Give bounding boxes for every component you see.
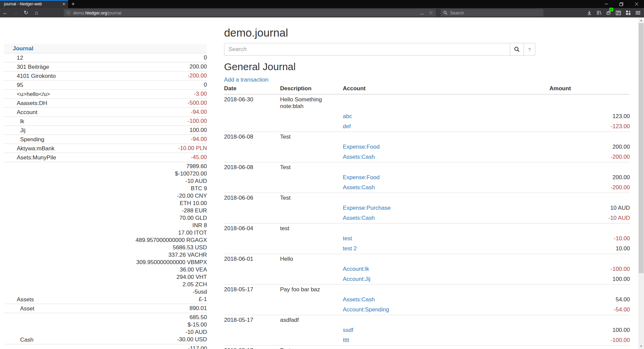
sidebar-account-link[interactable]: Jij [4,127,25,134]
sidebar-account-link[interactable]: Spending [4,136,44,143]
scrollbar-thumb[interactable] [639,23,644,273]
balance-amount: $-100720.00 [136,170,207,178]
sidebar-account-link[interactable]: 301 Beiträge [4,63,49,70]
tab-close-icon[interactable]: ✕ [62,2,65,6]
posting-row: test -10.00 [224,234,630,244]
posting-account-link[interactable]: ssdf [343,327,353,333]
balance-amount: 890.01 [190,305,207,312]
menu-icon[interactable] [633,8,643,17]
posting-account-link[interactable]: Assets:Cash [343,215,375,221]
page-actions-icon[interactable]: … [420,10,425,15]
posting-amount: 10.00 [549,244,630,254]
posting-account-link[interactable]: Assets:Cash [343,154,375,160]
sidebar-account-link[interactable]: lk [4,118,24,125]
sidebar-account-link[interactable]: <u>hello</u> [4,91,50,98]
library-icon[interactable] [594,8,604,17]
balance-amount: 36.00 VEA [136,266,207,273]
transaction-header-row[interactable]: 2018-06-01 Hello [224,254,630,264]
reload-icon[interactable]: ↻ [21,8,31,17]
restore-button[interactable] [614,0,629,8]
scroll-up-icon[interactable]: ▲ [638,17,644,23]
sidebar-account-link[interactable]: 12 [4,54,23,61]
new-tab-button[interactable]: + [68,0,78,8]
extension-icon[interactable]: 0 [604,8,613,17]
search-submit-button[interactable] [510,43,524,56]
balance-amount: -10.00 PLN [178,145,207,152]
posting-account-link[interactable]: def [343,123,351,130]
sidebar-toggle-icon[interactable] [613,8,623,17]
account-balance: 685.50$-15.00-10 AUD-30.00 USD [177,314,207,343]
balance-amount: 2.05 ZCH [136,281,207,288]
sidebar-account-link[interactable]: 4101 Girokonto [4,72,56,80]
journal-link[interactable]: Journal [13,45,33,52]
sidebar-account-link[interactable]: 95 [4,82,23,89]
posting-amount: 200.00 [549,142,630,152]
search-help-button[interactable]: ? [524,43,535,56]
account-balance: 0 [204,54,207,61]
sidebar-account-link[interactable]: Aaasets:DH [4,100,47,107]
posting-account-link[interactable]: Expense:Food [343,174,380,181]
sidebar-account-link[interactable]: Asets:MunyPile [4,154,56,161]
posting-account-link[interactable]: Expense:Food [343,144,380,150]
minimize-button[interactable] [599,0,614,8]
posting-account-link[interactable]: Expense:Purchase [343,205,391,211]
transaction-header-row[interactable]: 2018-06-30 Hello Something note:blah [224,94,630,111]
posting-account-link[interactable]: Assets:Cash [343,184,375,191]
sidebar-account-link[interactable]: Assets [4,296,34,303]
home-icon[interactable]: ⌂ [31,8,42,17]
browser-search-field[interactable]: Search [441,9,543,16]
scroll-down-icon[interactable]: ▼ [638,343,644,349]
balance-amount: -288 EUR [136,207,207,214]
posting-row: def -123.00 [224,121,630,132]
balance-amount: -500.00 [187,99,207,107]
posting-row: Assets:Cash 54.00 [224,295,630,305]
posting-account-link[interactable]: Account:Spending [343,306,389,313]
page-scrollbar[interactable]: ▲ ▼ [638,17,644,349]
posting-account-link[interactable]: test 2 [343,245,357,252]
url-bar[interactable]: ⓘ demo.hledger.org/journal … ☆ [64,9,436,16]
sidebar-account-link[interactable]: Asset [4,305,35,312]
transaction-header-row[interactable]: 2018-06-08 Test [224,162,630,173]
posting-row: Account:Spending -54.00 [224,305,630,315]
sidebar-account-row: Cash 685.50$-15.00-10 AUD-30.00 USD [4,313,207,344]
posting-account-link[interactable]: Account:lk [343,266,369,272]
balance-amount: 17.00 ITOT [136,229,207,237]
transaction-header-row[interactable]: 2018-05-17 Test [224,346,630,349]
transaction-header-row[interactable]: 2018-06-08 Test [224,132,630,142]
back-icon[interactable]: ← [0,8,10,17]
posting-account-link[interactable]: Account:Jij [343,276,370,282]
transaction-description: Pay foo bar baz [280,285,343,295]
transaction-header-row[interactable]: 2018-06-04 test [224,223,630,234]
posting-account-link[interactable]: tttt [343,337,349,343]
tab-journal[interactable]: journal - hledger-web ✕ [0,0,68,8]
bookmark-star-icon[interactable]: ☆ [429,10,433,16]
transaction-header-row[interactable]: 2018-05-17 Pay foo bar baz [224,285,630,295]
close-window-button[interactable] [629,0,644,8]
balance-amount: £-1 [136,296,207,303]
transaction-date: 2018-05-17 [224,285,280,295]
transaction-header-row[interactable]: 2018-05-17 asdfadf [224,315,630,326]
forward-icon[interactable]: → [10,8,21,17]
posting-account-link[interactable]: test [343,235,352,242]
sidebar-account-link[interactable]: Account [4,109,37,116]
site-info-icon[interactable]: ⓘ [66,10,70,16]
journal-search-input[interactable] [224,43,510,56]
browser-search-placeholder: Search [450,10,464,15]
extensions-grid-icon[interactable] [623,8,633,17]
balance-amount: -10 AUD [177,329,207,336]
downloads-icon[interactable] [584,8,594,17]
sidebar-account-link[interactable]: Cash [4,336,34,343]
tab-bar: journal - hledger-web ✕ + [0,0,644,8]
transaction-header-row[interactable]: 2018-06-06 Test [224,193,630,203]
active-tab-indicator [0,0,68,1]
balance-amount: ETH 10.00 [136,200,207,207]
balance-amount: -45.00 [191,154,207,161]
posting-account-link[interactable]: abc [343,113,352,119]
posting-account-link[interactable]: Assets:Cash [343,296,375,303]
posting-row: ssdf 100.00 [224,325,630,335]
transaction-description: Hello Something note:blah [280,94,343,111]
add-transaction-link[interactable]: Add a transaction [224,77,268,83]
posting-row: Account:lk -100.00 [224,264,630,274]
sidebar-account-link[interactable]: Aktywa:mBank [4,145,54,152]
sidebar-accounts-body: 12 0 301 Beiträge 200.00 4101 Girokonto … [4,53,207,349]
